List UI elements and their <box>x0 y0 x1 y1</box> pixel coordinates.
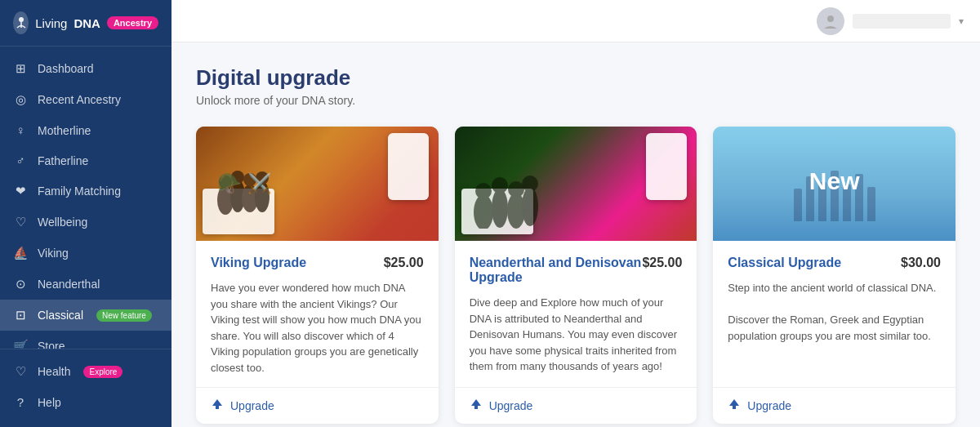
sidebar-item-help[interactable]: ? Help <box>0 387 172 417</box>
sidebar-item-family-matching[interactable]: ❤ Family Matching <box>0 176 172 207</box>
upgrade-icon <box>470 398 483 414</box>
main-area: ▾ Digital upgrade Unlock more of your DN… <box>172 0 980 427</box>
fatherline-icon: ♂ <box>13 153 28 167</box>
neanderthal-card-image <box>455 127 697 241</box>
sidebar-item-wellbeing[interactable]: ♡ Wellbeing <box>0 207 172 238</box>
sidebar-item-label: Neanderthal <box>38 278 100 291</box>
family-matching-icon: ❤ <box>13 184 28 198</box>
classical-upgrade-label[interactable]: Upgrade <box>747 399 791 412</box>
sidebar-item-label: Dashboard <box>38 62 94 75</box>
svg-point-15 <box>492 177 508 193</box>
sidebar-item-label: Store <box>38 340 65 349</box>
content-area: Digital upgrade Unlock more of your DNA … <box>172 42 980 427</box>
classical-card-image: New <box>713 127 956 241</box>
classical-card-price: $30.00 <box>901 256 941 270</box>
neanderthal-icon: ⊙ <box>13 277 28 291</box>
sidebar-item-label: Classical <box>38 309 83 322</box>
sidebar-item-dashboard[interactable]: ⊞ Dashboard <box>0 53 172 84</box>
classical-upgrade-card: New Classical Upgrade $30.00 Step into t… <box>713 127 956 424</box>
sidebar-item-label: Health <box>38 365 70 378</box>
svg-point-10 <box>474 194 493 229</box>
logo-dna: DNA <box>74 16 100 30</box>
sidebar-item-label: Help <box>38 396 61 409</box>
sidebar-item-health[interactable]: ♡ Health Explore <box>0 356 172 387</box>
classical-card-description: Step into the ancient world of classical… <box>728 280 941 376</box>
sidebar-item-fatherline[interactable]: ♂ Fatherline <box>0 145 172 176</box>
user-name <box>853 14 951 29</box>
classical-card-title: Classical Upgrade <box>728 256 841 270</box>
viking-card-price: $25.00 <box>384 256 424 270</box>
motherline-icon: ♀ <box>13 123 28 137</box>
viking-card-image <box>196 127 439 241</box>
recent-ancestry-icon: ◎ <box>13 92 28 107</box>
viking-card-description: Have you ever wondered how much DNA you … <box>211 280 424 376</box>
svg-point-14 <box>475 183 492 199</box>
ancestry-badge: Ancestry <box>107 16 158 29</box>
sidebar-logo[interactable]: LivingDNA Ancestry <box>0 0 172 47</box>
neanderthal-card-title: Neanderthal and Denisovan Upgrade <box>470 256 643 285</box>
neanderthal-upgrade-card: Neanderthal and Denisovan Upgrade $25.00… <box>455 127 697 424</box>
classical-card-body: Classical Upgrade $30.00 Step into the a… <box>713 241 956 387</box>
svg-point-17 <box>522 176 538 192</box>
svg-point-9 <box>256 171 269 185</box>
sidebar-item-classical[interactable]: ⊡ Classical New feature <box>0 300 172 331</box>
sidebar-item-label: Wellbeing <box>38 216 87 229</box>
svg-point-13 <box>522 187 538 226</box>
viking-icon: ⛵ <box>13 246 28 260</box>
sidebar-item-label: Recent Ancestry <box>38 93 121 106</box>
svg-point-7 <box>231 171 244 184</box>
neanderthal-upgrade-label[interactable]: Upgrade <box>489 399 533 412</box>
neanderthal-card-footer[interactable]: Upgrade <box>455 387 697 424</box>
viking-card-title: Viking Upgrade <box>211 256 306 270</box>
new-feature-badge: New feature <box>96 309 152 322</box>
sidebar-item-label: Family Matching <box>38 185 121 198</box>
upgrade-cards-grid: Viking Upgrade $25.00 Have you ever wond… <box>196 127 956 424</box>
logo-icon <box>13 11 29 34</box>
neanderthal-card-description: Dive deep and Explore how much of your D… <box>470 295 683 376</box>
page-title: Digital upgrade <box>196 65 956 91</box>
sidebar-item-motherline[interactable]: ♀ Motherline <box>0 115 172 145</box>
classical-card-footer[interactable]: Upgrade <box>713 387 956 424</box>
sidebar-bottom: ♡ Health Explore ? Help <box>0 349 172 427</box>
svg-point-0 <box>19 17 24 22</box>
neanderthal-card-price: $25.00 <box>642 256 682 270</box>
upgrade-icon <box>728 398 741 414</box>
sidebar-item-label: Fatherline <box>38 154 88 167</box>
store-icon: 🛒 <box>13 339 28 349</box>
svg-point-8 <box>243 173 256 186</box>
sidebar-item-store[interactable]: 🛒 Store <box>0 331 172 349</box>
new-badge: New <box>773 153 894 210</box>
viking-upgrade-card: Viking Upgrade $25.00 Have you ever wond… <box>196 127 439 424</box>
svg-point-5 <box>255 181 270 212</box>
sidebar-item-neanderthal[interactable]: ⊙ Neanderthal <box>0 269 172 300</box>
page-subtitle: Unlock more of your DNA story. <box>196 94 956 107</box>
chevron-down-icon: ▾ <box>959 16 964 27</box>
upgrade-icon <box>211 398 224 414</box>
dashboard-icon: ⊞ <box>13 61 28 76</box>
help-icon: ? <box>13 395 28 409</box>
sidebar-item-label: Viking <box>38 247 69 260</box>
classical-icon: ⊡ <box>13 308 28 322</box>
viking-card-body: Viking Upgrade $25.00 Have you ever wond… <box>196 241 439 387</box>
topbar: ▾ <box>172 0 980 42</box>
sidebar-nav: ⊞ Dashboard ◎ Recent Ancestry ♀ Motherli… <box>0 47 172 349</box>
logo-living: Living <box>35 16 67 30</box>
svg-point-1 <box>827 16 834 22</box>
viking-card-footer[interactable]: Upgrade <box>196 387 439 424</box>
wellbeing-icon: ♡ <box>13 215 28 229</box>
health-icon: ♡ <box>13 364 28 379</box>
svg-point-6 <box>219 176 232 189</box>
svg-point-11 <box>492 189 508 228</box>
neanderthal-card-body: Neanderthal and Denisovan Upgrade $25.00… <box>455 241 697 387</box>
user-avatar <box>817 7 844 35</box>
explore-badge: Explore <box>83 366 122 378</box>
sidebar-item-label: Motherline <box>38 124 91 137</box>
sidebar-item-recent-ancestry[interactable]: ◎ Recent Ancestry <box>0 84 172 115</box>
sidebar: LivingDNA Ancestry ⊞ Dashboard ◎ Recent … <box>0 0 172 427</box>
sidebar-item-viking[interactable]: ⛵ Viking <box>0 238 172 269</box>
viking-upgrade-label[interactable]: Upgrade <box>230 399 274 412</box>
